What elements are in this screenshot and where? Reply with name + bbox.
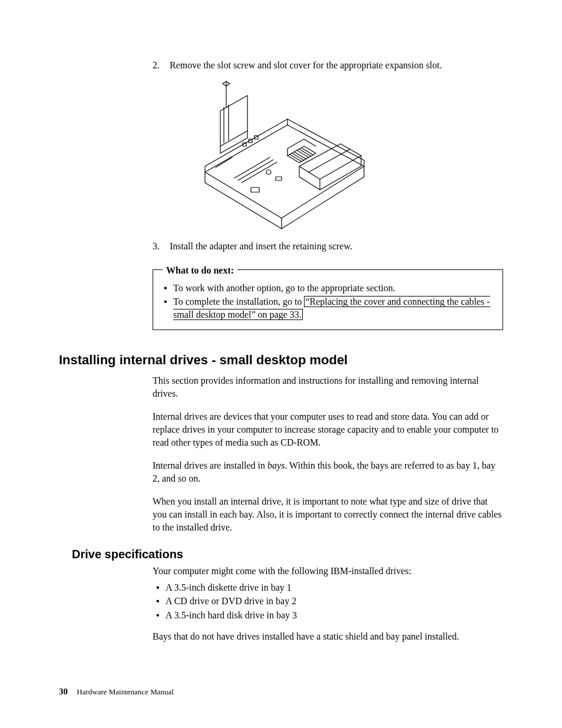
body-column: Remove the slot screw and slot cover for… xyxy=(153,59,503,330)
list-item: A 3.5-inch diskette drive in bay 1 xyxy=(153,581,503,594)
svg-marker-3 xyxy=(287,146,316,163)
paragraph: Internal drives are devices that your co… xyxy=(153,410,503,449)
svg-line-10 xyxy=(234,157,270,178)
svg-rect-23 xyxy=(251,187,259,192)
paragraph: Internal drives are installed in bays. W… xyxy=(153,459,503,485)
text: Internal drives are installed in xyxy=(153,460,267,470)
svg-point-21 xyxy=(266,170,271,174)
footer-title: Hardware Maintenance Manual xyxy=(77,687,174,696)
step-3: Install the adapter and insert the retai… xyxy=(153,240,503,253)
step-2: Remove the slot screw and slot cover for… xyxy=(153,59,503,234)
callout-item: To complete the installation, go to “Rep… xyxy=(160,295,495,321)
paragraph: When you install an internal drive, it i… xyxy=(153,495,503,533)
heading-drive-specifications: Drive specifications xyxy=(72,546,503,562)
list-item: A 3.5-inch hard disk drive in bay 3 xyxy=(153,609,503,622)
page-footer: 30 Hardware Maintenance Manual xyxy=(59,686,174,697)
what-to-do-next-box: What to do next: To work with another op… xyxy=(153,269,503,330)
heading-installing-internal-drives: Installing internal drives - small deskt… xyxy=(59,351,503,369)
callout-text: To work with another option, go to the a… xyxy=(173,283,395,293)
page: Remove the slot screw and slot cover for… xyxy=(0,0,562,728)
body-column: This section provides information and in… xyxy=(153,374,503,533)
callout-list: To work with another option, go to the a… xyxy=(160,282,495,321)
svg-marker-16 xyxy=(220,95,247,146)
list-item: A CD drive or DVD drive in bay 2 xyxy=(153,595,503,608)
motherboard-illustration-icon xyxy=(193,78,370,231)
step-text: Install the adapter and insert the retai… xyxy=(170,241,352,251)
callout-legend: What to do next: xyxy=(163,264,237,277)
figure-expansion-slot xyxy=(193,78,503,235)
paragraph: Bays that do not have drives installed h… xyxy=(153,630,503,643)
svg-rect-22 xyxy=(276,177,282,180)
step-text: Remove the slot screw and slot cover for… xyxy=(170,60,442,70)
callout-item: To work with another option, go to the a… xyxy=(160,282,495,295)
svg-line-12 xyxy=(242,162,277,183)
emphasis: bays xyxy=(267,460,285,470)
body-column: Your computer might come with the follow… xyxy=(153,565,503,643)
callout-text-pre: To complete the installation, go to xyxy=(173,297,304,307)
step-list: Remove the slot screw and slot cover for… xyxy=(153,59,503,253)
paragraph: Your computer might come with the follow… xyxy=(153,565,503,578)
paragraph: This section provides information and in… xyxy=(153,374,503,400)
page-number: 30 xyxy=(59,687,68,696)
spec-list: A 3.5-inch diskette drive in bay 1 A CD … xyxy=(153,581,503,622)
